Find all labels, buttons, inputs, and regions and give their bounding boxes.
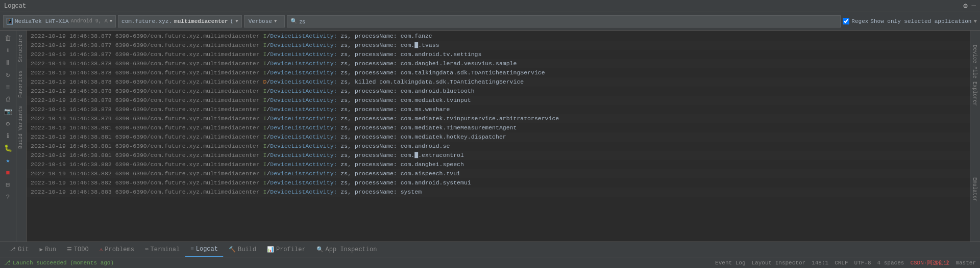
app-inspection-tab[interactable]: 🔍 App Inspection	[311, 242, 383, 257]
print-icon[interactable]: ⎙	[1, 94, 15, 105]
settings-panel-icon[interactable]: ≡	[1, 82, 15, 93]
app-selector[interactable]: com.future.xyz.multimediacenter ( ▼	[118, 15, 242, 28]
clear-logcat-icon[interactable]: 🗑	[1, 33, 15, 44]
log-tag: DeviceListActivity:	[270, 124, 337, 131]
restart-icon[interactable]: ↻	[1, 69, 15, 81]
side-labels: Structure Favorites Build Variants	[16, 31, 27, 242]
build-tab[interactable]: 🔨 Build	[224, 242, 262, 257]
screenshot-icon[interactable]: 📷	[1, 106, 15, 117]
log-line: 2022-10-19 16:46:38.877 6390-6390/com.fu…	[27, 50, 970, 59]
log-level: D	[263, 78, 267, 85]
log-pid: 6390-6390/com.future.xyz.multimediacente…	[115, 115, 260, 122]
show-only-label: Show only selected application	[870, 18, 971, 24]
log-msg: zs, processName: com.mediatek.hotkey.dis…	[340, 133, 506, 140]
log-level: I	[263, 115, 267, 122]
minimize-icon[interactable]: —	[972, 2, 976, 10]
logcat-tab[interactable]: ≡ Logcat	[185, 242, 224, 257]
layout-inspector-link[interactable]: Layout Inspector	[752, 260, 806, 266]
show-only-dropdown[interactable]: ▼	[973, 18, 977, 24]
log-level: I	[263, 133, 267, 140]
log-msg: zs, killed com.talkingdata.sdk.TDAntiChe…	[340, 78, 524, 85]
branch-name: master	[955, 260, 976, 266]
scroll-end-icon[interactable]: ⬇	[1, 45, 15, 56]
device-selector[interactable]: 📱 MediaTek LHT-X1A Android 9, A ▼	[3, 15, 116, 28]
log-line: 2022-10-19 16:46:38.878 6390-6390/com.fu…	[27, 77, 970, 87]
profiler-tab[interactable]: 📊 Profiler	[262, 242, 311, 257]
terminal-tab[interactable]: ⌨ Terminal	[140, 242, 185, 257]
log-pid: 6390-6390/com.future.xyz.multimediacente…	[115, 97, 260, 103]
log-tag: DeviceListActivity:	[270, 115, 337, 122]
todo-tab[interactable]: ☰ TODO	[62, 242, 94, 257]
info2-icon[interactable]: ℹ	[1, 130, 15, 142]
build-label: Build	[238, 246, 256, 253]
log-line: 2022-10-19 16:46:38.881 6390-6390/com.fu…	[27, 123, 970, 132]
log-level: I	[263, 161, 267, 168]
bug-icon[interactable]: 🐛	[1, 143, 15, 154]
log-pid: 6390-6390/com.future.xyz.multimediacente…	[115, 143, 260, 149]
log-timestamp: 2022-10-19 16:46:38.882	[31, 170, 112, 177]
log-level: I	[263, 33, 267, 39]
log-timestamp: 2022-10-19 16:46:38.877	[31, 51, 112, 58]
launch-status: Launch succeeded (moments ago)	[13, 260, 114, 266]
log-pid: 6390-6390/com.future.xyz.multimediacente…	[115, 69, 260, 76]
log-line: 2022-10-19 16:46:38.877 6390-6390/com.fu…	[27, 41, 970, 50]
log-tag: DeviceListActivity:	[270, 152, 337, 158]
git-tab[interactable]: ⎇ Git	[4, 242, 35, 257]
status-right: Event Log Layout Inspector 148:1 CRLF UT…	[715, 259, 976, 266]
emulator-label[interactable]: Emulator	[970, 173, 979, 206]
log-line: 2022-10-19 16:46:38.879 6390-6390/com.fu…	[27, 114, 970, 123]
log-msg: zs, processName: com.android.se	[340, 143, 450, 149]
pause-icon[interactable]: ⏸	[1, 57, 15, 68]
log-msg: zs, processName: com.android.systemui	[340, 179, 471, 186]
log-msg: zs, processName: com.android.tv.settings	[340, 51, 481, 58]
app-package-bold: multimediacenter	[174, 18, 228, 24]
log-level: I	[263, 143, 267, 149]
log-tag: DeviceListActivity:	[270, 88, 337, 94]
title-bar-title: Logcat	[4, 3, 26, 10]
run-tab[interactable]: ▶ Run	[35, 242, 62, 257]
log-msg: zs, processName: com.mediatek.tvinputser…	[340, 115, 559, 122]
log-pid: 6390-6390/com.future.xyz.multimediacente…	[115, 179, 260, 186]
favorites-label[interactable]: Favorites	[16, 66, 26, 102]
log-level: I	[263, 124, 267, 131]
gear2-icon[interactable]: ⚙	[1, 118, 15, 129]
settings-icon[interactable]: ⚙	[963, 2, 967, 10]
device-dropdown-arrow: ▼	[110, 19, 112, 24]
structure-label[interactable]: Structure	[16, 31, 26, 66]
regex-checkbox[interactable]: Regex	[843, 18, 868, 24]
git-branch-icon: ⎇	[4, 259, 11, 266]
log-content[interactable]: 2022-10-19 16:46:38.877 6390-6390/com.fu…	[27, 31, 970, 242]
log-line: 2022-10-19 16:46:38.881 6390-6390/com.fu…	[27, 151, 970, 160]
log-level: I	[263, 152, 267, 158]
search-bar[interactable]: 🔍	[287, 15, 841, 28]
regex-checkbox-input[interactable]	[843, 18, 849, 24]
search-input[interactable]	[300, 18, 838, 24]
stop-icon[interactable]: ■	[1, 167, 15, 178]
run-label: Run	[45, 246, 56, 253]
log-pid: 6390-6390/com.future.xyz.multimediacente…	[115, 60, 260, 67]
help-icon[interactable]: ?	[1, 192, 15, 203]
encoding: UTF-8	[854, 260, 871, 266]
verbose-selector[interactable]: Verbose ▼	[244, 15, 285, 28]
star-icon[interactable]: ★	[1, 155, 15, 166]
device-file-explorer-label[interactable]: Device File Explorer	[970, 41, 979, 110]
log-msg: zs, processName: com.mediatek.tvinput	[340, 97, 471, 103]
log-msg: zs, processName: com.mediatek.TimeMeasur…	[340, 124, 517, 131]
log-msg: zs, processName: com.█.extracontrol	[340, 152, 464, 158]
problems-tab[interactable]: ⚠ Problems	[94, 242, 140, 257]
log-level: I	[263, 189, 267, 195]
log-pid: 6390-6390/com.future.xyz.multimediacente…	[115, 189, 260, 195]
app-inspection-label: App Inspection	[326, 246, 377, 253]
log-level: I	[263, 51, 267, 58]
log-line: 2022-10-19 16:46:38.878 6390-6390/com.fu…	[27, 68, 970, 77]
log-msg: zs, processName: com.dangbei.lerad.vesuv…	[340, 60, 517, 67]
right-sidebar: Device File Explorer Emulator	[970, 31, 980, 242]
app-dropdown-arrow: ▼	[235, 19, 238, 24]
title-bar-controls: ⚙ —	[963, 2, 976, 10]
build-variants-label[interactable]: Build Variants	[16, 102, 26, 153]
log-pid: 6390-6390/com.future.xyz.multimediacente…	[115, 106, 260, 113]
event-log-link[interactable]: Event Log	[715, 260, 745, 266]
log-tag: DeviceListActivity:	[270, 69, 337, 76]
device-label: MediaTek LHT-X1A	[15, 18, 69, 24]
filter2-icon[interactable]: ⊟	[1, 179, 15, 191]
